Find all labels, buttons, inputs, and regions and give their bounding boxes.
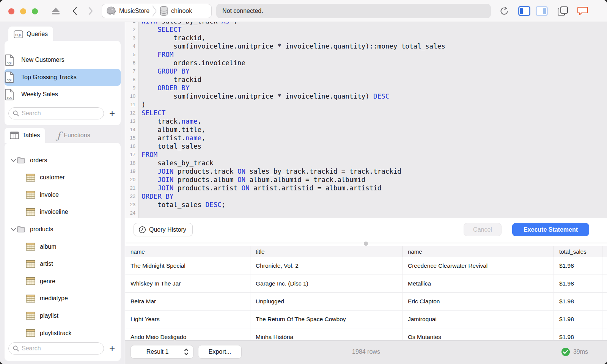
- query-history-label: Query History: [149, 226, 186, 233]
- sql-file-icon: SQL: [5, 54, 14, 66]
- result-cell[interactable]: $1.98: [554, 275, 602, 292]
- breadcrumb-server[interactable]: MusicStore: [106, 6, 149, 16]
- result-cell[interactable]: Unplugged: [250, 293, 403, 310]
- feedback-chat-button[interactable]: [576, 0, 590, 22]
- tree-table-row[interactable]: customer: [5, 169, 121, 186]
- code-line: JOIN products.track ON sales_by_track.tr…: [142, 167, 607, 176]
- tables-search-field[interactable]: [8, 342, 104, 355]
- pane-resize-divider[interactable]: [125, 242, 607, 244]
- result-cell[interactable]: $1.98: [554, 311, 602, 328]
- result-cell[interactable]: The Return Of The Space Cowboy: [250, 311, 403, 328]
- column-header[interactable]: title: [250, 246, 403, 257]
- query-item[interactable]: SQLWeekly Sales: [5, 86, 121, 103]
- svg-text:SQL: SQL: [6, 78, 12, 82]
- tree-table-row[interactable]: invoice: [5, 186, 121, 203]
- result-cell[interactable]: Ando Meio Desligado: [125, 328, 250, 340]
- query-item[interactable]: SQLNew Customers: [5, 52, 121, 68]
- query-item[interactable]: SQLTop Grossing Tracks: [5, 69, 121, 86]
- chevron-down-icon[interactable]: [11, 158, 16, 162]
- database-cylinder-icon: [159, 6, 168, 16]
- result-cell[interactable]: Whiskey In The Jar: [125, 275, 250, 292]
- code-line: FROM: [142, 151, 607, 159]
- add-table-button[interactable]: +: [109, 344, 115, 353]
- tree-folder-row[interactable]: products: [5, 221, 121, 238]
- column-header[interactable]: total_sales: [554, 246, 602, 257]
- code-line: ): [142, 100, 607, 109]
- result-cell[interactable]: Light Years: [125, 311, 250, 328]
- tree-table-row[interactable]: invoiceline: [5, 204, 121, 221]
- result-cell[interactable]: Minha História: [250, 328, 403, 340]
- result-row[interactable]: The Midnight SpecialChronicle, Vol. 2Cre…: [125, 257, 607, 275]
- execute-statement-button[interactable]: Execute Statement: [512, 223, 589, 236]
- result-cell[interactable]: Creedence Clearwater Revival: [403, 257, 554, 275]
- tree-table-row[interactable]: mediatype: [5, 290, 121, 307]
- tree-table-row[interactable]: artist: [5, 256, 121, 273]
- back-button[interactable]: [70, 0, 80, 22]
- result-row[interactable]: Beira MarUnpluggedEric Clapton$1.98: [125, 293, 607, 311]
- column-header[interactable]: name: [125, 246, 250, 257]
- table-icon: [26, 243, 35, 251]
- table-icon: [26, 208, 35, 216]
- tree-table-label: playlisttrack: [40, 330, 72, 337]
- tree-table-row[interactable]: playlisttrack: [5, 325, 121, 342]
- sql-editor[interactable]: WITH sales_by_track AS ( SELECT trackid,…: [139, 22, 607, 218]
- chevron-down-icon[interactable]: [11, 228, 16, 231]
- query-history-button[interactable]: Query History: [134, 223, 193, 236]
- windows-button[interactable]: [556, 0, 570, 22]
- breadcrumb-separator-icon: [150, 5, 159, 17]
- toggle-left-sidebar-button[interactable]: [517, 0, 531, 22]
- cancel-label: Cancel: [473, 226, 492, 233]
- table-icon: [26, 174, 35, 182]
- code-line: SELECT: [142, 109, 607, 117]
- close-window-button[interactable]: [8, 8, 14, 14]
- resize-handle-dot[interactable]: [364, 242, 368, 246]
- tab-tables[interactable]: Tables: [5, 128, 45, 143]
- results-header-row: nametitlenametotal_sales: [125, 246, 607, 257]
- results-bottom-bar: Result 1 Export... 1984 rows 39ms: [125, 340, 607, 364]
- tree-folder-row[interactable]: orders: [5, 152, 121, 169]
- queries-search-field[interactable]: [8, 107, 104, 119]
- tree-table-row[interactable]: album: [5, 238, 121, 255]
- folder-icon: [17, 157, 25, 164]
- sql-badge-icon: SQL: [14, 30, 23, 38]
- column-header[interactable]: name: [403, 246, 554, 257]
- result-cell[interactable]: Chronicle, Vol. 2: [250, 257, 403, 275]
- titlebar: MusicStore chinook Not connected.: [0, 0, 607, 22]
- result-cell[interactable]: Metallica: [403, 275, 554, 292]
- queries-search-input[interactable]: [22, 110, 97, 117]
- add-query-button[interactable]: +: [109, 108, 115, 118]
- tree-table-label: album: [40, 243, 57, 250]
- eject-icon[interactable]: [50, 0, 61, 22]
- toggle-right-sidebar-button[interactable]: [535, 0, 549, 22]
- result-row[interactable]: Light YearsThe Return Of The Space Cowbo…: [125, 311, 607, 328]
- tree-table-row[interactable]: playlist: [5, 307, 121, 324]
- result-row[interactable]: Ando Meio DesligadoMinha HistóriaOs Muta…: [125, 328, 607, 340]
- code-line: orders.invoiceline: [142, 59, 607, 67]
- line-number: 11: [125, 100, 138, 109]
- result-row[interactable]: Whiskey In The JarGarage Inc. (Disc 1)Me…: [125, 275, 607, 293]
- result-cell[interactable]: Jamiroquai: [403, 311, 554, 328]
- line-number: 24: [125, 209, 138, 217]
- breadcrumb-database[interactable]: chinook: [159, 6, 192, 16]
- line-number: 18: [125, 159, 138, 167]
- line-number: 6: [125, 59, 138, 67]
- tree-table-row[interactable]: genre: [5, 273, 121, 290]
- result-cell[interactable]: Os Mutantes: [403, 328, 554, 340]
- tables-search-input[interactable]: [22, 345, 97, 352]
- tab-functions[interactable]: ƒ Functions: [53, 128, 94, 143]
- result-cell[interactable]: $1.98: [554, 257, 602, 275]
- clock-icon: [138, 226, 146, 234]
- refresh-button[interactable]: [498, 0, 510, 22]
- result-cell[interactable]: The Midnight Special: [125, 257, 250, 275]
- forward-button[interactable]: [86, 0, 96, 22]
- result-cell[interactable]: Eric Clapton: [403, 293, 554, 310]
- result-cell[interactable]: $1.98: [554, 293, 602, 310]
- cancel-button[interactable]: Cancel: [464, 223, 502, 236]
- success-check-icon: [561, 348, 570, 356]
- minimize-window-button[interactable]: [20, 8, 26, 14]
- result-cell[interactable]: $1.98: [554, 328, 602, 340]
- result-cell[interactable]: Beira Mar: [125, 293, 250, 310]
- zoom-window-button[interactable]: [32, 8, 38, 14]
- tab-queries[interactable]: SQL Queries: [8, 27, 53, 42]
- result-cell[interactable]: Garage Inc. (Disc 1): [250, 275, 403, 292]
